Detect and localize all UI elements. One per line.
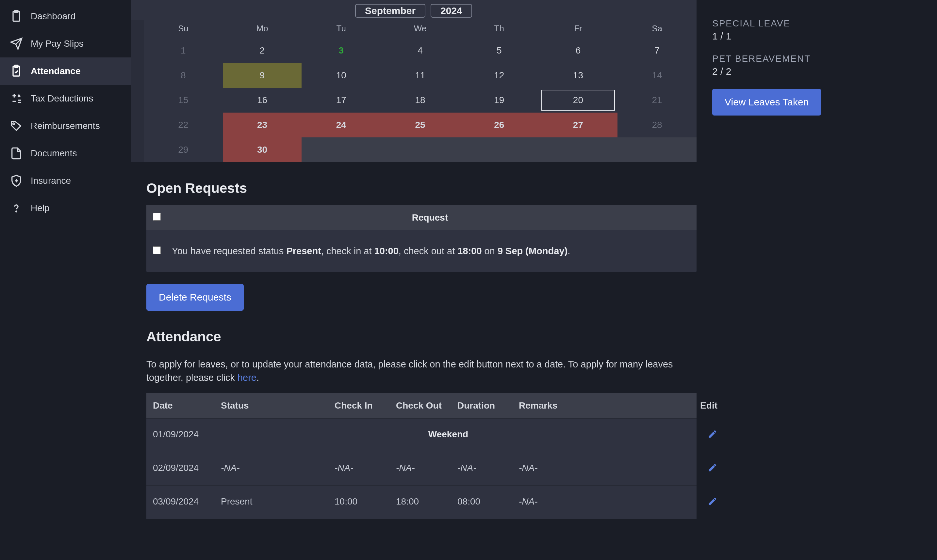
sidebar-item-payslips[interactable]: My Pay Slips: [0, 30, 131, 57]
sidebar-item-help[interactable]: Help: [0, 194, 131, 222]
calendar-day[interactable]: 24: [301, 112, 381, 137]
edit-button[interactable]: [678, 429, 718, 441]
delete-requests-button[interactable]: Delete Requests: [147, 284, 244, 311]
calendar-day[interactable]: 14: [617, 63, 696, 88]
sidebar-item-tax[interactable]: Tax Deductions: [0, 85, 131, 112]
calendar-dow: Su: [144, 20, 223, 38]
calendar-dow: Sa: [617, 20, 696, 38]
sidebar-item-label: Insurance: [31, 175, 71, 186]
att-remarks: -NA-: [519, 496, 676, 508]
calendar-day[interactable]: 8: [144, 63, 223, 88]
view-leaves-button[interactable]: View Leaves Taken: [712, 89, 821, 115]
calendar-day[interactable]: 27: [539, 112, 618, 137]
request-text: You have requested status Present, check…: [170, 246, 690, 257]
calendar-dow: Th: [460, 20, 539, 38]
sidebar-item-label: My Pay Slips: [31, 38, 83, 49]
sidebar-item-label: Dashboard: [31, 11, 76, 22]
calendar-day[interactable]: 1: [144, 38, 223, 63]
col-duration: Duration: [457, 400, 516, 411]
calendar-day[interactable]: 29: [144, 137, 223, 162]
sidebar-item-insurance[interactable]: Insurance: [0, 167, 131, 194]
calendar-day[interactable]: 17: [301, 88, 381, 112]
calendar-day: [381, 137, 460, 162]
sidebar-item-documents[interactable]: Documents: [0, 140, 131, 167]
calendar-day[interactable]: 9: [223, 63, 302, 88]
question-icon: [10, 202, 23, 215]
select-all-checkbox[interactable]: [153, 213, 161, 221]
col-remarks: Remarks: [519, 400, 676, 411]
att-weekend: Weekend: [221, 429, 676, 441]
pet-bereavement-value: 2 / 2: [712, 66, 924, 77]
request-row: You have requested status Present, check…: [147, 230, 696, 272]
calendar-day[interactable]: 10: [301, 63, 381, 88]
calendar-day[interactable]: 6: [539, 38, 618, 63]
attendance-title: Attendance: [147, 329, 696, 345]
calendar-dow: Tu: [301, 20, 381, 38]
sidebar: Dashboard My Pay Slips Attendance Tax De…: [0, 0, 131, 560]
sidebar-item-label: Reimbursements: [31, 121, 100, 131]
sidebar-item-dashboard[interactable]: Dashboard: [0, 3, 131, 30]
sidebar-item-label: Tax Deductions: [31, 93, 93, 104]
calendar-day[interactable]: 21: [617, 88, 696, 112]
clipboard-check-icon: [10, 65, 23, 78]
open-requests-title: Open Requests: [147, 180, 696, 196]
att-date: 02/09/2024: [153, 463, 218, 475]
calendar-day[interactable]: 22: [144, 112, 223, 137]
calendar-day[interactable]: 23: [223, 112, 302, 137]
calendar-day[interactable]: 4: [381, 38, 460, 63]
edit-button[interactable]: [678, 496, 718, 508]
sidebar-item-attendance[interactable]: Attendance: [0, 57, 131, 85]
edit-button[interactable]: [678, 463, 718, 475]
calendar-day[interactable]: 12: [460, 63, 539, 88]
calendar-day[interactable]: 26: [460, 112, 539, 137]
calendar-day: [539, 137, 618, 162]
svg-point-4: [13, 123, 14, 125]
calendar-dow: Mo: [223, 20, 302, 38]
calendar-day[interactable]: 28: [617, 112, 696, 137]
calendar-day[interactable]: 30: [223, 137, 302, 162]
att-checkout: -NA-: [396, 463, 455, 475]
calendar-day[interactable]: 11: [381, 63, 460, 88]
calendar-day[interactable]: 18: [381, 88, 460, 112]
calendar-day[interactable]: 2: [223, 38, 302, 63]
col-date: Date: [153, 400, 218, 411]
att-checkin: 10:00: [335, 496, 394, 508]
att-status: -NA-: [221, 463, 332, 475]
att-remarks: -NA-: [519, 463, 676, 475]
calendar-dow: We: [381, 20, 460, 38]
special-leave-value: 1 / 1: [712, 31, 924, 42]
svg-point-5: [16, 211, 17, 212]
calendar-day[interactable]: 5: [460, 38, 539, 63]
calendar-day[interactable]: 3: [301, 38, 381, 63]
calendar-day[interactable]: 19: [460, 88, 539, 112]
calendar-day[interactable]: 20: [539, 88, 618, 112]
att-date: 03/09/2024: [153, 496, 218, 508]
calendar-day[interactable]: 25: [381, 112, 460, 137]
col-edit: Edit: [678, 400, 718, 411]
attendance-description: To apply for leaves, or to update your a…: [147, 358, 681, 384]
calendar-month-select[interactable]: September: [355, 4, 425, 18]
att-checkout: 18:00: [396, 496, 455, 508]
document-icon: [10, 147, 23, 160]
shield-plus-icon: [10, 174, 23, 187]
calendar-day: [617, 137, 696, 162]
calendar: September 2024 SuMoTuWeThFrSa12345678910…: [131, 0, 696, 162]
calendar-day[interactable]: 16: [223, 88, 302, 112]
tag-icon: [10, 120, 23, 132]
pet-bereavement-title: PET BEREAVEMENT: [712, 54, 924, 64]
col-checkin: Check In: [335, 400, 394, 411]
attendance-row: 02/09/2024-NA--NA--NA--NA--NA-: [147, 452, 696, 485]
calendar-year-select[interactable]: 2024: [431, 4, 472, 18]
request-checkbox[interactable]: [153, 246, 161, 254]
apply-many-link[interactable]: here: [238, 372, 256, 383]
sidebar-item-label: Help: [31, 203, 49, 214]
att-date: 01/09/2024: [153, 429, 218, 441]
att-duration: -NA-: [457, 463, 516, 475]
calendar-day[interactable]: 15: [144, 88, 223, 112]
attendance-row: 03/09/2024Present10:0018:0008:00-NA-: [147, 485, 696, 519]
att-status: Present: [221, 496, 332, 508]
sidebar-item-reimbursements[interactable]: Reimbursements: [0, 112, 131, 140]
calendar-day[interactable]: 7: [617, 38, 696, 63]
col-checkout: Check Out: [396, 400, 455, 411]
calendar-day[interactable]: 13: [539, 63, 618, 88]
